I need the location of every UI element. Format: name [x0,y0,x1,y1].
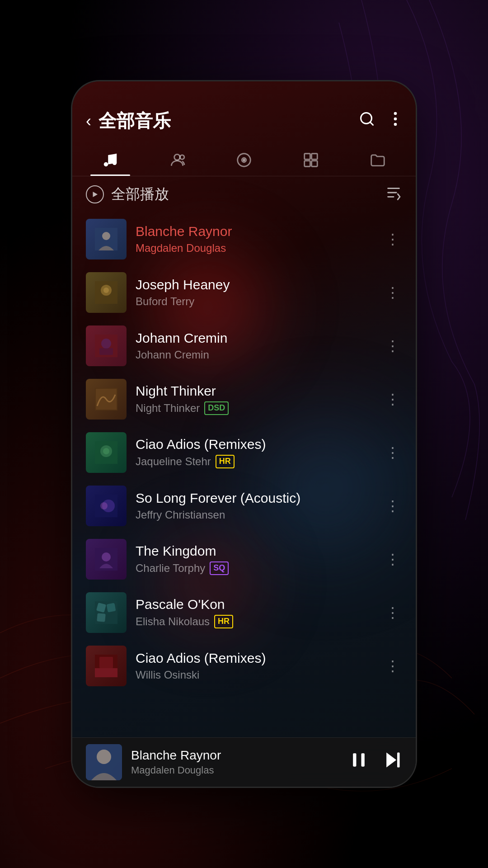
back-button[interactable]: ‹ [86,112,91,131]
song-more-button[interactable]: ⋮ [383,653,402,679]
song-sub: Elisha Nikolaus HR [136,615,374,628]
svg-marker-16 [93,192,98,197]
song-artist: Magdalen Douglas [136,242,226,255]
song-more-button[interactable]: ⋮ [383,546,402,572]
page-title: 全部音乐 [99,108,359,133]
phone-inner: ‹ 全部音乐 [72,81,416,787]
song-title: Ciao Adios (Remixes) [136,437,374,452]
play-all-button[interactable] [86,185,104,203]
list-item[interactable]: Blanche Raynor Magdalen Douglas ⋮ [72,212,416,266]
song-more-button[interactable]: ⋮ [383,226,402,252]
tab-folders[interactable] [344,147,411,176]
nav-tabs [72,142,416,176]
list-item[interactable]: Pascale O'Kon Elisha Nikolaus HR ⋮ [72,586,416,639]
svg-marker-49 [386,753,396,768]
song-thumbnail [86,219,127,259]
song-more-button[interactable]: ⋮ [383,279,402,306]
sort-button[interactable] [385,185,402,204]
svg-point-24 [103,288,109,293]
svg-point-37 [102,552,111,561]
song-more-button[interactable]: ⋮ [383,333,402,359]
svg-rect-40 [107,603,116,613]
song-title: Pascale O'Kon [136,597,374,612]
next-button[interactable] [382,750,402,774]
quality-badge-hr: HR [216,455,235,468]
list-item[interactable]: Johann Cremin Johann Cremin ⋮ [72,319,416,373]
svg-rect-50 [397,753,400,768]
song-info: Joseph Heaney Buford Terry [136,277,374,308]
list-item[interactable]: Ciao Adios (Remixes) Willis Osinski ⋮ [72,639,416,693]
svg-point-2 [394,112,397,115]
song-info: Blanche Raynor Magdalen Douglas [136,224,374,255]
search-icon[interactable] [359,111,375,131]
song-thumbnail [86,646,127,686]
song-more-button[interactable]: ⋮ [383,493,402,519]
pause-button[interactable] [349,750,369,774]
svg-point-3 [394,118,397,121]
song-more-button[interactable]: ⋮ [383,386,402,412]
song-title: Johann Cremin [136,330,374,346]
svg-rect-15 [312,161,318,167]
song-title: Night Thinker [136,383,374,399]
song-artist: Johann Cremin [136,349,209,361]
song-title: Ciao Adios (Remixes) [136,651,374,666]
song-sub: Willis Osinski [136,669,374,681]
header: ‹ 全部音乐 [72,81,416,142]
song-thumbnail [86,272,127,313]
song-thumbnail [86,379,127,420]
list-item[interactable]: Ciao Adios (Remixes) Jaqueline Stehr HR … [72,426,416,479]
quality-badge-hr: HR [214,615,233,628]
svg-rect-44 [99,657,113,668]
tab-songs[interactable] [77,147,144,176]
play-all-bar: 全部播放 [72,176,416,212]
song-title: So Long Forever (Acoustic) [136,491,374,506]
song-artist: Buford Terry [136,295,194,308]
song-info: So Long Forever (Acoustic) Jeffry Christ… [136,491,374,521]
svg-rect-14 [305,161,310,167]
play-all-label: 全部播放 [111,184,169,204]
list-item[interactable]: So Long Forever (Acoustic) Jeffry Christ… [72,479,416,533]
svg-rect-12 [305,154,310,160]
more-menu-icon[interactable] [389,111,402,131]
song-info: Ciao Adios (Remixes) Jaqueline Stehr HR [136,437,374,468]
now-playing-info: Blanche Raynor Magdalen Douglas [131,748,349,776]
svg-point-32 [103,448,109,454]
song-info: Johann Cremin Johann Cremin [136,330,374,361]
song-thumbnail [86,592,127,633]
svg-point-21 [102,232,110,240]
song-sub: Jeffry Christiansen [136,509,374,521]
svg-point-4 [394,123,397,126]
now-playing-thumbnail [86,744,122,780]
song-sub: Johann Cremin [136,349,374,361]
song-title: Blanche Raynor [136,224,374,239]
song-info: Pascale O'Kon Elisha Nikolaus HR [136,597,374,628]
svg-point-6 [113,161,117,165]
now-playing-bar[interactable]: Blanche Raynor Magdalen Douglas [72,737,416,787]
song-list: Blanche Raynor Magdalen Douglas ⋮ [72,212,416,737]
song-info: Night Thinker Night Thinker DSD [136,383,374,415]
song-more-button[interactable]: ⋮ [383,439,402,466]
list-item[interactable]: Night Thinker Night Thinker DSD ⋮ [72,373,416,426]
list-item[interactable]: Joseph Heaney Buford Terry ⋮ [72,266,416,319]
song-sub: Jaqueline Stehr HR [136,455,374,468]
svg-rect-13 [312,154,318,160]
song-sub: Buford Terry [136,295,374,308]
song-artist: Charlie Torphy [136,562,205,575]
song-info: The Kingdom Charlie Torphy SQ [136,543,374,575]
tab-playlists[interactable] [277,147,344,176]
svg-rect-27 [99,348,113,355]
song-sub: Charlie Torphy SQ [136,561,374,575]
svg-point-7 [174,154,180,160]
phone-frame: ‹ 全部音乐 [72,81,416,787]
svg-rect-29 [96,389,117,410]
song-more-button[interactable]: ⋮ [383,599,402,626]
list-item[interactable]: The Kingdom Charlie Torphy SQ ⋮ [72,533,416,586]
svg-point-5 [104,162,108,167]
tab-albums[interactable] [211,147,277,176]
playback-controls [349,750,402,774]
quality-badge-dsd: DSD [204,401,229,415]
song-sub: Night Thinker DSD [136,401,374,415]
tab-artists[interactable] [144,147,211,176]
song-thumbnail [86,432,127,473]
svg-point-26 [101,339,111,349]
